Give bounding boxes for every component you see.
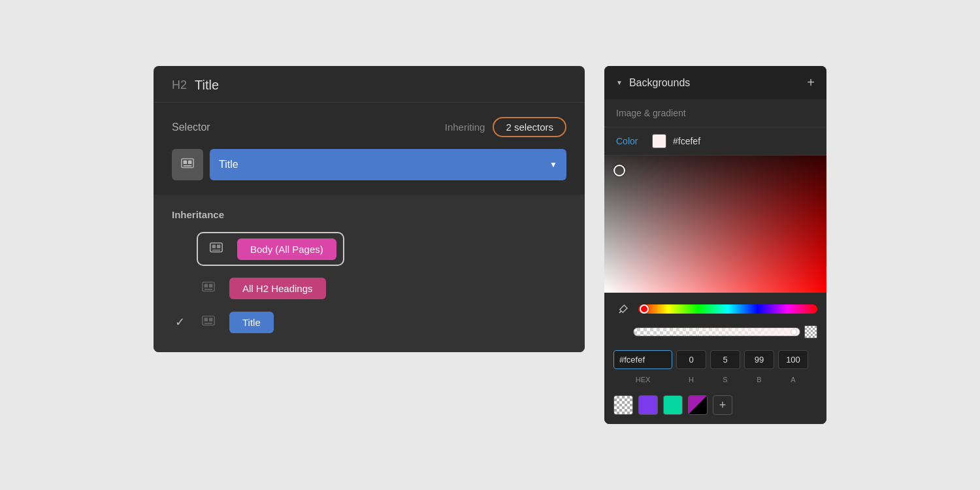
swatches-row: + [604, 390, 826, 424]
page-title: Title [195, 78, 219, 93]
title-tag: Title [229, 312, 274, 333]
svg-rect-10 [209, 284, 213, 288]
alpha-slider[interactable] [633, 327, 800, 336]
alpha-row [604, 325, 826, 345]
swatch-purple[interactable] [638, 395, 658, 415]
svg-rect-1 [184, 161, 188, 165]
chevron-down-icon: ▼ [549, 160, 557, 169]
svg-rect-3 [188, 161, 192, 165]
hue-thumb [640, 304, 649, 314]
dropdown-label: Title [219, 159, 238, 171]
a-input[interactable] [778, 350, 808, 369]
h-label: H [676, 376, 706, 384]
backgrounds-title: Backgrounds [629, 77, 800, 89]
list-item: Body (All Pages) [172, 232, 566, 266]
inheriting-text: Inheriting [445, 122, 485, 133]
layout-icon [180, 157, 195, 172]
right-header: ▼ Backgrounds + [604, 66, 826, 99]
layout-icon [201, 315, 216, 329]
color-label[interactable]: Color [616, 136, 645, 146]
title-icon [197, 310, 220, 334]
selectors-badge[interactable]: 2 selectors [493, 117, 566, 137]
color-swatch[interactable] [652, 134, 666, 148]
h2-label: H2 [172, 78, 187, 92]
color-picker-area[interactable] [604, 155, 826, 293]
selector-label: Selector [172, 122, 210, 133]
list-item: ✓ Title [172, 310, 566, 334]
image-gradient-label: Image & gradient [616, 108, 686, 118]
svg-rect-7 [212, 250, 221, 251]
hue-slider[interactable] [638, 304, 817, 314]
inheritance-title: Inheritance [172, 209, 566, 220]
h2-icon [197, 276, 220, 300]
body-tag: Body (All Pages) [237, 238, 336, 260]
hue-bar-row [604, 293, 826, 325]
swatch-cyan[interactable] [663, 395, 683, 415]
b-input[interactable] [744, 350, 774, 369]
svg-rect-15 [204, 323, 213, 324]
body-item-outlined[interactable]: Body (All Pages) [197, 232, 344, 266]
body-icon [204, 237, 228, 261]
svg-rect-6 [217, 245, 221, 249]
image-gradient-row: Image & gradient [604, 99, 826, 127]
inheriting-group: Inheriting 2 selectors [445, 117, 566, 137]
layout-icon [201, 281, 216, 295]
color-row: Color #fcefef [604, 127, 826, 155]
swatch-transparent[interactable] [613, 395, 633, 415]
svg-rect-5 [212, 245, 216, 249]
swatch-magenta-dark[interactable] [688, 395, 708, 415]
label-row: HEX H S B A [604, 374, 826, 390]
right-panel: ▼ Backgrounds + Image & gradient Color #… [604, 66, 826, 424]
input-row [604, 345, 826, 374]
h-input[interactable] [676, 350, 706, 369]
svg-rect-9 [204, 284, 208, 288]
hex-input[interactable] [613, 350, 672, 369]
selector-dropdown-row: Title ▼ [154, 149, 585, 195]
inheritance-section: Inheritance Body (All Pages) [154, 195, 585, 352]
left-header: H2 Title [154, 66, 585, 103]
add-swatch-button[interactable]: + [713, 395, 732, 415]
alpha-thumb [791, 329, 797, 335]
layout-icon [209, 242, 223, 256]
svg-rect-13 [204, 318, 208, 322]
selector-icon-button[interactable] [172, 149, 203, 180]
h2-tag: All H2 Headings [229, 278, 326, 299]
selector-row: Selector Inheriting 2 selectors [154, 103, 585, 149]
check-icon: ✓ [172, 315, 188, 329]
b-label: B [744, 376, 774, 384]
svg-rect-14 [209, 318, 213, 322]
svg-rect-2 [184, 165, 192, 167]
svg-rect-11 [204, 289, 213, 290]
s-label: S [710, 376, 740, 384]
color-hex-display: #fcefef [673, 136, 700, 146]
selector-dropdown[interactable]: Title ▼ [210, 149, 566, 180]
add-icon[interactable]: + [807, 75, 815, 90]
color-picker-thumb [613, 165, 625, 176]
a-label: A [778, 376, 808, 384]
triangle-icon: ▼ [616, 79, 623, 86]
left-panel: H2 Title Selector Inheriting 2 selectors [154, 66, 585, 352]
s-input[interactable] [710, 350, 740, 369]
eyedropper-icon [618, 304, 629, 314]
list-item: All H2 Headings [172, 276, 566, 300]
hex-label: HEX [613, 376, 672, 384]
eyedropper-button[interactable] [613, 299, 633, 319]
alpha-end-icon [804, 325, 817, 338]
